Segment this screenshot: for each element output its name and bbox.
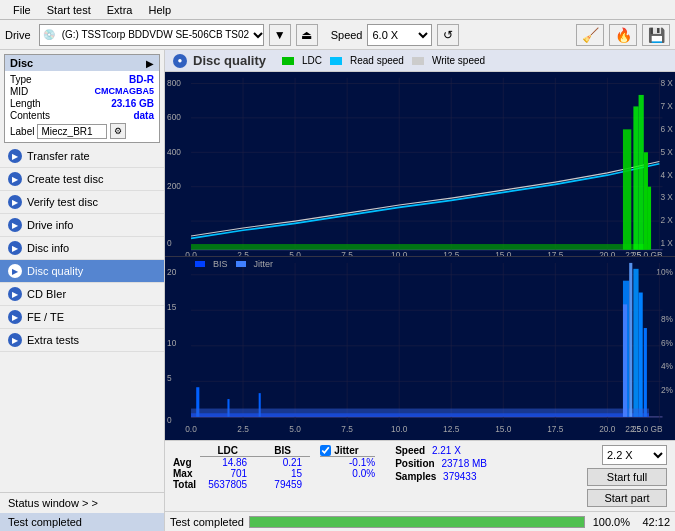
jitter-max: 0.0% [320, 468, 375, 479]
create-test-disc-icon: ▶ [8, 172, 22, 186]
status-window-btn[interactable]: Status window > > [0, 492, 164, 513]
svg-text:15.0: 15.0 [495, 423, 511, 434]
menu-extra[interactable]: Extra [99, 2, 141, 18]
svg-text:0: 0 [167, 238, 172, 248]
svg-rect-85 [633, 268, 638, 416]
length-val: 23.16 GB [111, 98, 154, 109]
speed-val: 2.21 X [432, 445, 461, 456]
sidebar-item-create-test-disc[interactable]: ▶ Create test disc [0, 168, 164, 191]
svg-rect-89 [623, 304, 627, 416]
svg-rect-88 [191, 408, 649, 416]
svg-text:4%: 4% [661, 360, 673, 371]
drive-refresh-button[interactable]: ▼ [269, 24, 291, 46]
svg-text:200: 200 [167, 181, 181, 191]
time-val: 42:12 [635, 516, 670, 528]
verify-test-disc-label: Verify test disc [27, 196, 98, 208]
svg-text:12.5: 12.5 [443, 249, 459, 255]
eject-button[interactable]: ⏏ [296, 24, 318, 46]
save-button[interactable]: 💾 [642, 24, 670, 46]
svg-text:20.0: 20.0 [599, 249, 615, 255]
disc-panel: Disc ▶ Type BD-R MID CMCMAGBA5 Length 23… [4, 54, 160, 143]
sidebar-item-cd-bier[interactable]: ▶ CD BIer [0, 283, 164, 306]
disc-quality-label: Disc quality [27, 265, 83, 277]
svg-text:20: 20 [167, 266, 176, 277]
svg-text:15: 15 [167, 301, 176, 312]
avg-label: Avg [173, 457, 200, 469]
nav-items: ▶ Transfer rate ▶ Create test disc ▶ Ver… [0, 145, 164, 492]
bottom-chart: BIS Jitter 10% 8% 6% 4% 2% 20 15 10 5 0 [165, 257, 675, 441]
drive-info-label: Drive info [27, 219, 73, 231]
toolbar: Drive 💿 (G:) TSSTcorp BDDVDW SE-506CB TS… [0, 20, 675, 50]
svg-text:20.0: 20.0 [599, 423, 615, 434]
svg-text:17.5: 17.5 [547, 249, 563, 255]
burn-button[interactable]: 🔥 [609, 24, 637, 46]
bottom-test-completed: Test completed [170, 516, 244, 528]
action-panel: 2.2 X Start full Start part [587, 445, 667, 507]
start-full-button[interactable]: Start full [587, 468, 667, 486]
position-label: Position [395, 458, 434, 469]
sidebar-item-disc-info[interactable]: ▶ Disc info [0, 237, 164, 260]
svg-text:15.0: 15.0 [495, 249, 511, 255]
sidebar-item-disc-quality[interactable]: ▶ Disc quality [0, 260, 164, 283]
drive-info-icon: ▶ [8, 218, 22, 232]
top-chart-svg: 8 X 7 X 6 X 5 X 4 X 3 X 2 X 1 X 800 600 … [165, 72, 675, 256]
svg-text:10%: 10% [656, 266, 673, 277]
drive-select[interactable]: (G:) TSSTcorp BDDVDW SE-506CB TS02 [58, 25, 266, 45]
create-test-disc-label: Create test disc [27, 173, 103, 185]
svg-text:7.5: 7.5 [341, 423, 353, 434]
speed-action-select[interactable]: 2.2 X [602, 445, 667, 465]
verify-test-disc-icon: ▶ [8, 195, 22, 209]
start-part-button[interactable]: Start part [587, 489, 667, 507]
svg-text:6 X: 6 X [660, 123, 673, 133]
charts-area: 8 X 7 X 6 X 5 X 4 X 3 X 2 X 1 X 800 600 … [165, 72, 675, 440]
svg-text:7.5: 7.5 [341, 249, 353, 255]
speed-stat-label: Speed [395, 445, 425, 456]
fe-te-label: FE / TE [27, 311, 64, 323]
svg-text:4 X: 4 X [660, 169, 673, 179]
dq-title: Disc quality [193, 53, 266, 68]
menu-start-test[interactable]: Start test [39, 2, 99, 18]
erase-button[interactable]: 🧹 [576, 24, 604, 46]
svg-text:5: 5 [167, 372, 172, 383]
label-label: Label [10, 126, 34, 137]
sidebar-item-extra-tests[interactable]: ▶ Extra tests [0, 329, 164, 352]
speed-select[interactable]: 6.0 X [367, 24, 432, 46]
label-gear-button[interactable]: ⚙ [110, 123, 126, 139]
contents-label: Contents [10, 110, 50, 121]
svg-text:5.0: 5.0 [289, 249, 301, 255]
write-speed-legend-color [412, 57, 424, 65]
stats-bar: LDC BIS Jitter Avg 14. [165, 440, 675, 511]
top-chart: 8 X 7 X 6 X 5 X 4 X 3 X 2 X 1 X 800 600 … [165, 72, 675, 257]
sidebar-item-fe-te[interactable]: ▶ FE / TE [0, 306, 164, 329]
stats-table: LDC BIS Jitter Avg 14. [173, 445, 375, 490]
jitter-checkbox[interactable] [320, 445, 331, 456]
menu-help[interactable]: Help [140, 2, 179, 18]
jitter-avg: -0.1% [320, 457, 375, 469]
type-label: Type [10, 74, 32, 85]
sidebar-item-drive-info[interactable]: ▶ Drive info [0, 214, 164, 237]
ldc-legend-color [282, 57, 294, 65]
test-completed-bar: Test completed [0, 513, 164, 531]
svg-text:0.0: 0.0 [185, 423, 197, 434]
label-input[interactable] [37, 124, 107, 139]
jitter-header: Jitter [320, 445, 375, 457]
speed-refresh-button[interactable]: ↺ [437, 24, 459, 46]
extra-tests-icon: ▶ [8, 333, 22, 347]
content-area: ● Disc quality LDC Read speed Write spee… [165, 50, 675, 531]
cd-bier-label: CD BIer [27, 288, 66, 300]
svg-rect-39 [191, 244, 649, 250]
menu-file[interactable]: File [5, 2, 39, 18]
ldc-max: 701 [200, 468, 255, 479]
sidebar-item-transfer-rate[interactable]: ▶ Transfer rate [0, 145, 164, 168]
legend: LDC Read speed Write speed [282, 55, 485, 66]
extra-tests-label: Extra tests [27, 334, 79, 346]
disc-info-table: Type BD-R MID CMCMAGBA5 Length 23.16 GB … [5, 71, 159, 142]
svg-rect-86 [639, 292, 643, 416]
mid-val: CMCMAGBA5 [95, 86, 155, 97]
progress-pct: 100.0% [590, 516, 630, 528]
svg-text:6%: 6% [661, 337, 673, 348]
bottom-status-bar: Test completed 100.0% 42:12 [165, 511, 675, 531]
test-completed-label: Test completed [8, 516, 82, 528]
sidebar-item-verify-test-disc[interactable]: ▶ Verify test disc [0, 191, 164, 214]
svg-text:400: 400 [167, 146, 181, 156]
